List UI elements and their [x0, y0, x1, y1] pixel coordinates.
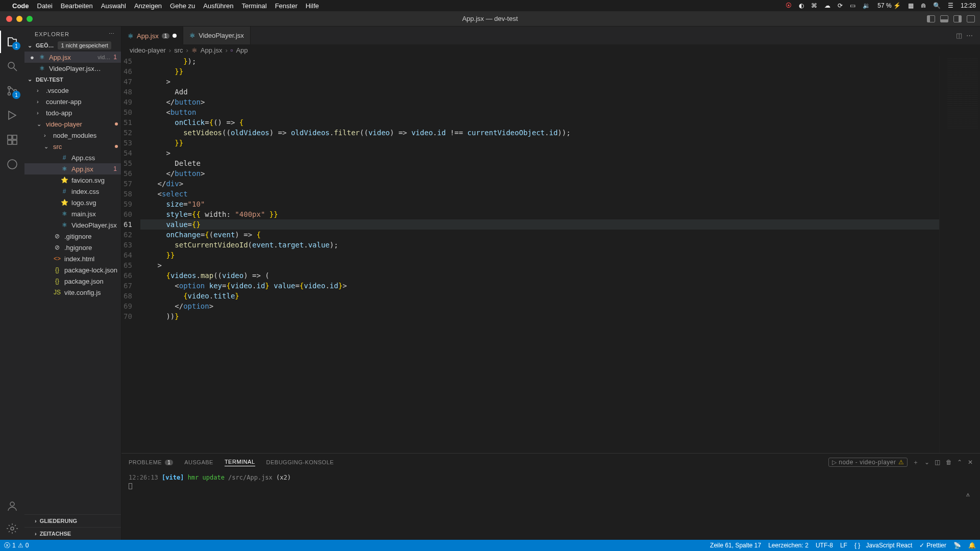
status-bell-icon[interactable]: 🔔: [968, 542, 976, 549]
code-editor[interactable]: 4546474849505152535455565758596061626364…: [121, 56, 939, 453]
window-zoom-button[interactable]: [27, 16, 33, 22]
menubar-hilfe[interactable]: Hilfe: [306, 2, 319, 10]
file-item[interactable]: <>index.html: [24, 253, 121, 264]
tree-item-label: .gitignore: [64, 233, 121, 240]
folder-item[interactable]: ›.vscode: [24, 85, 121, 96]
panel-maximize-icon[interactable]: ⌃: [957, 459, 963, 466]
terminal-task-indicator[interactable]: ▷ node - video-player ⚠: [828, 458, 908, 467]
menubar-fenster[interactable]: Fenster: [275, 2, 298, 10]
activity-search[interactable]: [0, 55, 24, 78]
svg-rect-6: [8, 140, 12, 144]
file-item[interactable]: ⚛main.jsx: [24, 208, 121, 219]
tab-label: VideoPlayer.jsx: [199, 32, 244, 39]
status-eol[interactable]: LF: [840, 542, 847, 549]
layout-customize-icon[interactable]: [967, 15, 975, 22]
panel-tab-output[interactable]: AUSGABE: [184, 459, 213, 465]
menubar-app-name[interactable]: Code: [12, 2, 29, 10]
menubar-battery[interactable]: 57 % ⚡: [877, 2, 901, 9]
file-item[interactable]: ⭐logo.svg: [24, 197, 121, 208]
workspace-header[interactable]: ⌄ DEV-TEST: [24, 74, 121, 85]
split-editor-icon[interactable]: ◫: [956, 32, 962, 39]
layout-sidebar-left-icon[interactable]: [927, 15, 935, 22]
folder-item[interactable]: ›node_modules: [24, 130, 121, 141]
file-item[interactable]: #App.css: [24, 152, 121, 163]
menubar-status-display-icon[interactable]: ▭: [850, 2, 855, 9]
menubar-ausfuehren[interactable]: Ausführen: [203, 2, 233, 10]
menubar-status-icon-4[interactable]: ⟳: [838, 2, 843, 9]
terminal-dropdown-icon[interactable]: ⌄: [924, 459, 930, 466]
folder-item[interactable]: ›counter-app: [24, 96, 121, 107]
status-feedback-icon[interactable]: 📡: [953, 542, 961, 549]
menubar-bearbeiten[interactable]: Bearbeiten: [61, 2, 93, 10]
menubar-status-control-icon[interactable]: ☰: [948, 2, 953, 9]
status-errors[interactable]: ⓧ1 ⚠0: [4, 541, 29, 550]
folder-item[interactable]: ⌄video-player: [24, 118, 121, 130]
file-item[interactable]: {}package-lock.json: [24, 264, 121, 276]
menubar-status-search-icon[interactable]: 🔍: [933, 2, 941, 9]
menubar-gehezu[interactable]: Gehe zu: [170, 2, 195, 10]
activity-explorer[interactable]: 1: [0, 31, 24, 53]
open-editors-header[interactable]: ⌄ GEÖ… 1 nicht gespeichert: [24, 39, 121, 52]
breadcrumb-segment[interactable]: App: [236, 46, 248, 54]
layout-panel-icon[interactable]: [940, 15, 948, 22]
status-indentation[interactable]: Leerzeichen: 2: [768, 542, 808, 549]
panel-tab-debug[interactable]: DEBUGGING-KONSOLE: [266, 459, 334, 465]
activity-remote[interactable]: [0, 153, 24, 176]
panel-close-icon[interactable]: ✕: [968, 459, 973, 466]
split-terminal-icon[interactable]: ◫: [935, 459, 941, 466]
minimap[interactable]: [939, 56, 980, 453]
tab-app-jsx[interactable]: ⚛ App.jsx 1: [121, 27, 183, 44]
activity-settings[interactable]: [0, 517, 24, 540]
window-minimize-button[interactable]: [16, 16, 22, 22]
file-item[interactable]: JSvite.config.js: [24, 287, 121, 298]
menubar-status-grid-icon[interactable]: ▦: [908, 2, 914, 9]
open-editor-item[interactable]: ● ⚛ App.jsx vid… 1: [24, 52, 121, 63]
menubar-status-icon-1[interactable]: ◐: [799, 2, 804, 9]
menubar-status-icon-2[interactable]: ⌘: [811, 2, 817, 9]
outline-section[interactable]: ›GLIEDERUNG: [24, 514, 121, 527]
activity-accounts[interactable]: [0, 495, 24, 517]
file-item[interactable]: ⭐favicon.svg: [24, 174, 121, 186]
menubar-status-rec-icon[interactable]: ⦿: [786, 2, 792, 9]
tab-more-icon[interactable]: ⋯: [966, 32, 973, 39]
status-encoding[interactable]: UTF-8: [816, 542, 833, 549]
status-prettier[interactable]: ✓Prettier: [919, 542, 946, 549]
file-item[interactable]: {}package.json: [24, 276, 121, 287]
menubar-status-cloud-icon[interactable]: ☁︎: [824, 2, 830, 9]
open-editor-item[interactable]: ⚛ VideoPlayer.jsx…: [24, 63, 121, 74]
breadcrumb-segment[interactable]: App.jsx: [201, 46, 223, 54]
kill-terminal-icon[interactable]: 🗑: [946, 459, 952, 466]
panel-tab-problems[interactable]: PROBLEME 1: [129, 459, 173, 465]
new-terminal-icon[interactable]: ＋: [913, 458, 919, 467]
terminal-output[interactable]: 12:26:13 [vite] hmr update /src/App.jsx …: [121, 471, 980, 540]
panel-tab-terminal[interactable]: TERMINAL: [225, 459, 255, 466]
terminal-bell-warning-icon[interactable]: ⚠: [966, 491, 970, 498]
menubar-time[interactable]: 12:28: [961, 2, 976, 9]
activity-extensions[interactable]: [0, 129, 24, 151]
window-close-button[interactable]: [6, 16, 12, 22]
file-item[interactable]: ⊘.gitignore: [24, 231, 121, 242]
menubar-datei[interactable]: Datei: [37, 2, 53, 10]
status-cursor-position[interactable]: Zeile 61, Spalte 17: [710, 542, 761, 549]
menubar-terminal[interactable]: Terminal: [242, 2, 267, 10]
breadcrumb-segment[interactable]: src: [174, 46, 183, 54]
layout-sidebar-right-icon[interactable]: [953, 15, 962, 22]
file-item[interactable]: ⚛VideoPlayer.jsx: [24, 219, 121, 231]
menubar-status-wifi-icon[interactable]: ⋒: [921, 2, 926, 9]
activity-run-debug[interactable]: [0, 104, 24, 127]
file-item[interactable]: #index.css: [24, 186, 121, 197]
file-item[interactable]: ⊘.hgignore: [24, 242, 121, 253]
file-item[interactable]: ⚛App.jsx1: [24, 163, 121, 174]
folder-item[interactable]: ›todo-app: [24, 107, 121, 118]
breadcrumb-segment[interactable]: video-player: [130, 46, 166, 54]
status-language[interactable]: { } JavaScript React: [854, 542, 912, 549]
timeline-section[interactable]: ›ZEITACHSE: [24, 527, 121, 540]
explorer-more-icon[interactable]: ⋯: [109, 31, 115, 37]
folder-item[interactable]: ⌄src: [24, 141, 121, 152]
breadcrumb[interactable]: video-player› src› ⚛ App.jsx› ▫ App: [121, 44, 980, 56]
menubar-anzeigen[interactable]: Anzeigen: [134, 2, 162, 10]
tab-videoplayer-jsx[interactable]: ⚛ VideoPlayer.jsx: [183, 27, 251, 44]
menubar-auswahl[interactable]: Auswahl: [101, 2, 126, 10]
activity-source-control[interactable]: 1: [0, 80, 24, 102]
menubar-status-volume-icon[interactable]: 🔉: [863, 2, 870, 9]
